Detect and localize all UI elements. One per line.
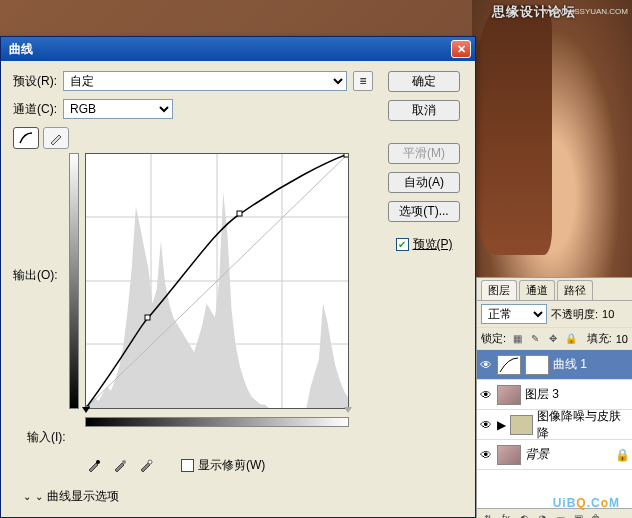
svg-rect-10: [344, 154, 348, 157]
black-eyedropper-icon[interactable]: [85, 456, 103, 474]
preset-select[interactable]: 自定: [63, 71, 347, 91]
curves-dialog: 曲线 ✕ 预设(R): 自定 ≡ 通道(C): RGB 输: [0, 36, 476, 518]
show-clipping-label: 显示修剪(W): [198, 457, 265, 474]
fx-icon[interactable]: fx: [499, 512, 513, 519]
visibility-icon[interactable]: 👁: [479, 388, 493, 402]
layer-item-curves[interactable]: 👁 曲线 1: [477, 350, 632, 380]
black-point-slider[interactable]: [82, 407, 90, 413]
lock-pixels-icon[interactable]: ✎: [528, 332, 542, 346]
layer-item[interactable]: 👁 图层 3: [477, 380, 632, 410]
watermark-top-url: WWW.MISSYUAN.COM: [541, 7, 628, 16]
curve-line[interactable]: [86, 154, 348, 408]
smooth-button[interactable]: 平滑(M): [388, 143, 460, 164]
tab-layers[interactable]: 图层: [481, 280, 517, 300]
preset-menu-icon[interactable]: ≡: [353, 71, 373, 91]
svg-point-13: [148, 460, 152, 464]
layer-name: 背景: [525, 446, 549, 463]
curve-tool-icon[interactable]: [13, 127, 39, 149]
blend-mode-select[interactable]: 正常: [481, 304, 547, 324]
input-label: 输入(I):: [27, 429, 85, 446]
preview-label: 预览(P): [413, 236, 453, 253]
new-layer-icon[interactable]: ▣: [571, 512, 585, 519]
layer-thumb: [497, 385, 521, 405]
background-photo: [472, 0, 632, 280]
output-label: 输出(O):: [13, 149, 65, 284]
dialog-title: 曲线: [5, 41, 451, 58]
layer-thumb: [497, 445, 521, 465]
tab-channels[interactable]: 通道: [519, 280, 555, 300]
layer-name: 曲线 1: [553, 356, 587, 373]
auto-button[interactable]: 自动(A): [388, 172, 460, 193]
options-button[interactable]: 选项(T)...: [388, 201, 460, 222]
chevron-down-icon: ⌄: [23, 491, 31, 502]
svg-point-12: [122, 460, 126, 464]
svg-rect-8: [145, 315, 150, 320]
lock-position-icon[interactable]: ✥: [546, 332, 560, 346]
svg-line-6: [86, 154, 348, 408]
lock-transparency-icon[interactable]: ▦: [510, 332, 524, 346]
mask-icon[interactable]: ◐: [517, 512, 531, 519]
input-gradient: [85, 417, 349, 427]
dialog-titlebar[interactable]: 曲线 ✕: [1, 37, 475, 61]
visibility-icon[interactable]: 👁: [479, 358, 493, 372]
curve-display-options-toggle[interactable]: ⌄⌄ 曲线显示选项: [23, 488, 373, 505]
layers-panel: 图层 通道 路径 正常 不透明度: 10 锁定: ▦ ✎ ✥ 🔒 填充: 10 …: [476, 277, 632, 518]
fill-value[interactable]: 10: [616, 333, 628, 345]
curves-thumb: [497, 355, 521, 375]
gray-eyedropper-icon[interactable]: [111, 456, 129, 474]
visibility-icon[interactable]: 👁: [479, 448, 493, 462]
adjustment-icon[interactable]: ◑: [535, 512, 549, 519]
preset-label: 预设(R):: [13, 73, 57, 90]
close-button[interactable]: ✕: [451, 40, 471, 58]
layer-list: 👁 曲线 1 👁 图层 3 👁 ▶ 图像降噪与皮肤降 👁 背景 🔒: [477, 350, 632, 508]
tab-paths[interactable]: 路径: [557, 280, 593, 300]
watermark-bottom: UiBQ.CoM: [553, 489, 620, 512]
cancel-button[interactable]: 取消: [388, 100, 460, 121]
lock-label: 锁定:: [481, 331, 506, 346]
channel-label: 通道(C):: [13, 101, 57, 118]
layer-item-group[interactable]: 👁 ▶ 图像降噪与皮肤降: [477, 410, 632, 440]
panel-tabs: 图层 通道 路径: [477, 278, 632, 301]
chevron-down-icon: ⌄: [35, 491, 43, 502]
layer-name: 图层 3: [525, 386, 559, 403]
opacity-value[interactable]: 10: [602, 308, 614, 320]
svg-point-11: [96, 460, 100, 464]
show-clipping-checkbox[interactable]: [181, 459, 194, 472]
trash-icon[interactable]: 🗑: [589, 512, 603, 519]
lock-all-icon[interactable]: 🔒: [564, 332, 578, 346]
white-eyedropper-icon[interactable]: [137, 456, 155, 474]
pencil-tool-icon[interactable]: [43, 127, 69, 149]
curves-graph[interactable]: [85, 153, 349, 409]
output-gradient: [69, 153, 79, 409]
link-icon[interactable]: ⇅: [481, 512, 495, 519]
input-slider-track[interactable]: [85, 409, 349, 417]
svg-rect-9: [237, 211, 242, 216]
ok-button[interactable]: 确定: [388, 71, 460, 92]
expand-arrow-icon[interactable]: ▶: [497, 418, 506, 432]
folder-thumb: [510, 415, 533, 435]
channel-select[interactable]: RGB: [63, 99, 173, 119]
white-point-slider[interactable]: [344, 407, 352, 413]
preview-checkbox[interactable]: ✔: [396, 238, 409, 251]
opacity-label: 不透明度:: [551, 307, 598, 322]
visibility-icon[interactable]: 👁: [479, 418, 493, 432]
layer-name: 图像降噪与皮肤降: [537, 408, 630, 442]
layer-item-background[interactable]: 👁 背景 🔒: [477, 440, 632, 470]
fill-label: 填充:: [587, 331, 612, 346]
group-icon[interactable]: ▭: [553, 512, 567, 519]
curve-display-options-label: 曲线显示选项: [47, 488, 119, 505]
mask-thumb: [525, 355, 549, 375]
lock-icon: 🔒: [615, 448, 630, 462]
